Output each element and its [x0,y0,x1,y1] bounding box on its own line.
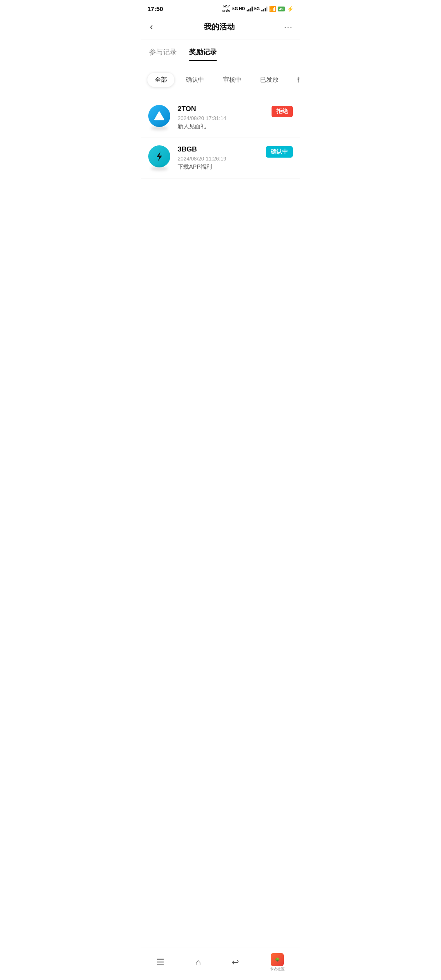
filter-confirming[interactable]: 确认中 [178,73,212,87]
status-icons: 52.7 KB/s 5G HD 5G 📶 49 ⚡ [222,4,294,13]
logo-circle-2ton [148,105,170,127]
tab-rewards[interactable]: 奖励记录 [189,47,217,61]
logo-shadow [151,167,168,171]
item-date: 2024/08/20 17:31:14 [178,115,266,121]
filter-all[interactable]: 全部 [147,73,174,87]
header: ‹ 我的活动 ··· [141,16,300,40]
5g-label: 5G [254,7,260,11]
more-button[interactable]: ··· [284,23,293,31]
item-info-2ton: 2TON 2024/08/20 17:31:14 新人见面礼 [178,105,266,130]
list-item[interactable]: 3BGB 2024/08/20 11:26:19 下载APP福利 确认中 [141,138,300,178]
page-title: 我的活动 [204,22,235,32]
tab-participation[interactable]: 参与记录 [149,47,177,61]
svg-point-1 [158,117,160,119]
item-logo-2ton [148,105,172,129]
filter-issued[interactable]: 已发放 [253,73,286,87]
item-logo-3bgb [148,145,172,169]
filter-bar: 全部 确认中 审核中 已发放 拒绝 [141,68,300,94]
svg-marker-3 [156,151,162,161]
reward-list: 2TON 2024/08/20 17:31:14 新人见面礼 拒绝 3BGB 2… [141,94,300,183]
item-name: 2TON [178,105,266,113]
filter-reviewing[interactable]: 审核中 [216,73,249,87]
list-item[interactable]: 2TON 2024/08/20 17:31:14 新人见面礼 拒绝 [141,98,300,138]
item-info-3bgb: 3BGB 2024/08/20 11:26:19 下载APP福利 [178,145,260,171]
3bgb-bolt-icon [154,151,165,162]
item-desc: 新人见面礼 [178,123,266,130]
network-speed: 52.7 KB/s [222,4,230,13]
wifi-icon: 📶 [269,6,276,12]
battery-icon: 49 [278,7,285,11]
item-desc: 下载APP福利 [178,163,260,171]
signal-bars-1 [247,7,253,11]
signal-bars-2 [261,7,267,11]
back-button[interactable]: ‹ [148,20,154,34]
charging-icon: ⚡ [287,6,294,12]
status-bar: 17:50 52.7 KB/s 5G HD 5G 📶 49 ⚡ [141,0,300,16]
status-badge-rejected: 拒绝 [272,106,293,117]
status-badge-confirming: 确认中 [266,146,293,158]
filter-rejected[interactable]: 拒绝 [290,73,300,87]
logo-circle-3bgb [148,145,170,167]
item-name: 3BGB [178,145,260,154]
2ton-triangle-icon [154,111,165,121]
tabs-divider [141,61,300,61]
status-time: 17:50 [147,5,163,12]
logo-shadow [151,126,168,130]
svg-marker-0 [155,112,164,120]
item-date: 2024/08/20 11:26:19 [178,156,260,162]
tab-bar: 参与记录 奖励记录 [141,40,300,61]
5g-hd-label: 5G HD [232,7,245,11]
